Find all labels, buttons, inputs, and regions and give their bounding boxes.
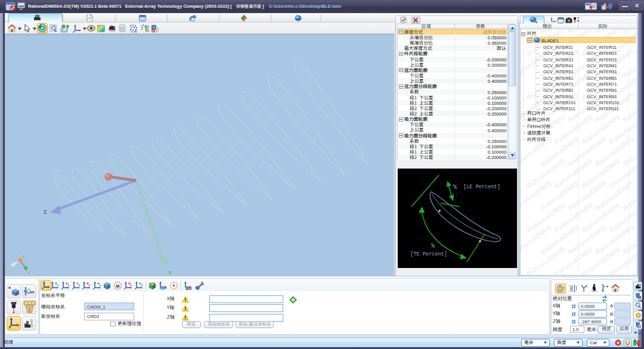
svg-text:M: M bbox=[116, 284, 120, 288]
svg-text:X: X bbox=[22, 254, 25, 259]
svg-text:MAP: MAP bbox=[186, 288, 192, 290]
svg-text:Y: Y bbox=[27, 270, 30, 276]
svg-text:[LE Percent]: [LE Percent] bbox=[463, 184, 500, 190]
svg-text:[TE Percent]: [TE Percent] bbox=[410, 251, 447, 257]
svg-text:%: % bbox=[431, 243, 435, 250]
svg-text:%: % bbox=[453, 184, 457, 191]
svg-text:Z: Z bbox=[44, 209, 47, 215]
svg-text:Z: Z bbox=[7, 265, 10, 270]
svg-text:Y: Y bbox=[168, 270, 172, 276]
